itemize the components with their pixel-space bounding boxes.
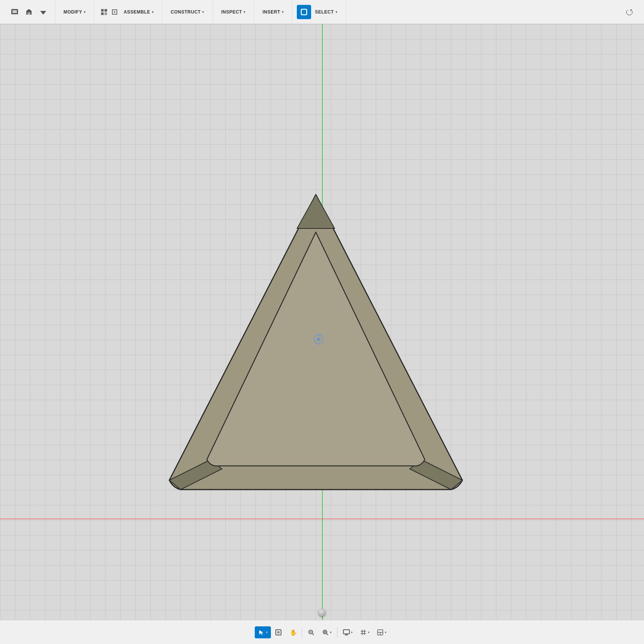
bottom-zoom-out-button[interactable]	[304, 626, 318, 638]
svg-rect-1	[12, 10, 17, 13]
bottom-layout-button[interactable]: ▾	[373, 626, 390, 638]
select-label: SELECT	[315, 9, 334, 15]
svg-rect-3	[101, 9, 104, 12]
bottom-select-arrow: ▾	[266, 630, 268, 634]
bottom-toolbar: ▾ ✋ ▾	[0, 620, 644, 644]
svg-rect-6	[104, 12, 107, 15]
3d-shape[interactable]	[162, 183, 470, 491]
svg-rect-14	[277, 631, 280, 633]
bottom-pan-button[interactable]: ✋	[286, 626, 299, 638]
svg-text:✋: ✋	[290, 629, 296, 636]
toolbar-left-icons	[3, 0, 55, 24]
toolbar-assemble-group: ASSEMBLE ▾	[94, 0, 162, 24]
inspect-label: INSPECT	[221, 9, 242, 15]
bottom-divider-1	[302, 627, 302, 638]
svg-rect-8	[302, 10, 306, 14]
assemble-icon-2[interactable]	[109, 7, 120, 17]
svg-rect-4	[104, 9, 107, 12]
axis-ball	[318, 609, 326, 616]
assemble-label: ASSEMBLE	[124, 9, 150, 15]
bottom-divider-2	[337, 627, 337, 638]
cursor-area: ⭯	[625, 7, 641, 17]
toolbar-select-group: SELECT ▾	[292, 0, 346, 24]
inspect-menu-button[interactable]: INSPECT ▾	[218, 7, 249, 17]
toolbar-insert-group: INSERT ▾	[254, 0, 293, 24]
svg-line-22	[327, 633, 328, 635]
zoom-in-arrow: ▾	[330, 630, 332, 634]
construct-arrow: ▾	[202, 10, 204, 14]
inspect-arrow: ▾	[243, 10, 246, 14]
shape-svg	[162, 183, 470, 491]
insert-arrow: ▾	[282, 10, 284, 14]
toolbar-modify-group: MODIFY ▾	[55, 0, 94, 24]
x-axis-line	[0, 519, 644, 519]
assemble-menu-button[interactable]: ASSEMBLE ▾	[120, 7, 157, 17]
select-active-button[interactable]	[297, 5, 311, 19]
bottom-zoom-in-button[interactable]: ▾	[319, 626, 335, 638]
toolbar-construct-group: CONSTRUCT ▾	[162, 0, 213, 24]
modify-menu-button[interactable]: MODIFY ▾	[60, 7, 89, 17]
insert-label: INSERT	[263, 9, 280, 15]
select-arrow: ▾	[336, 10, 338, 14]
canvas-area[interactable]	[0, 24, 644, 620]
toolbar-inspect-group: INSPECT ▾	[213, 0, 254, 24]
svg-marker-2	[40, 11, 46, 15]
construct-menu-button[interactable]: CONSTRUCT ▾	[167, 7, 208, 17]
assemble-icon-1[interactable]	[99, 7, 109, 17]
layout-arrow: ▾	[385, 630, 387, 634]
grid-arrow: ▾	[368, 630, 370, 634]
insert-menu-button[interactable]: INSERT ▾	[259, 7, 288, 17]
toolbar-icon-1[interactable]	[8, 5, 22, 19]
svg-line-18	[312, 633, 314, 635]
construct-label: CONSTRUCT	[171, 9, 201, 15]
select-menu-button[interactable]: SELECT ▾	[311, 7, 341, 17]
bottom-grid-button[interactable]: ▾	[357, 626, 373, 638]
svg-rect-23	[343, 630, 349, 634]
modify-label: MODIFY	[63, 9, 82, 15]
bottom-select-button[interactable]: ▾	[255, 626, 271, 638]
top-toolbar: MODIFY ▾ ASSEMBLE ▾ CONSTRUCT	[0, 0, 644, 24]
display-arrow: ▾	[351, 630, 353, 634]
bottom-display-button[interactable]: ▾	[340, 626, 356, 638]
modify-arrow: ▾	[84, 10, 86, 14]
svg-rect-5	[101, 12, 104, 15]
toolbar-icon-arrow[interactable]	[36, 5, 50, 19]
assemble-arrow: ▾	[152, 10, 154, 14]
toolbar-icon-2[interactable]	[22, 5, 36, 19]
bottom-frame-button[interactable]	[272, 626, 285, 638]
